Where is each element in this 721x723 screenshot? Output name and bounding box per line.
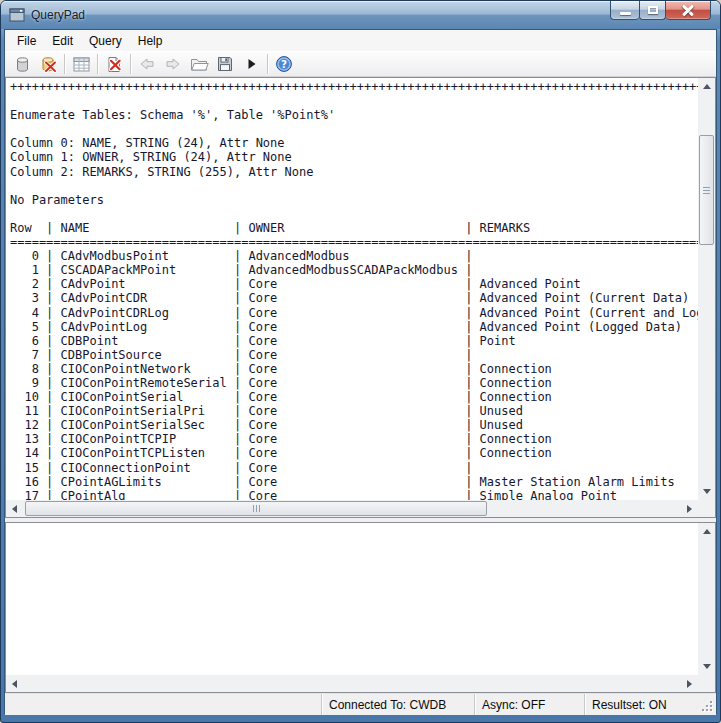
scroll-right-button[interactable] [681, 500, 698, 517]
triangle-up-icon [703, 529, 711, 534]
save-button[interactable] [212, 52, 238, 76]
scroll-up-button[interactable] [698, 78, 715, 95]
menubar: File Edit Query Help [5, 30, 716, 51]
triangle-down-icon [703, 664, 711, 669]
toolbar-separator [267, 54, 268, 74]
resize-grip[interactable] [699, 694, 716, 715]
menu-file[interactable]: File [9, 32, 44, 50]
minimize-icon [620, 12, 631, 15]
forward-button[interactable] [160, 52, 186, 76]
database-icon [14, 56, 31, 73]
thumb-grip-icon [253, 505, 260, 512]
play-icon [244, 57, 258, 71]
scroll-up-button[interactable] [698, 523, 715, 540]
menu-help[interactable]: Help [130, 32, 171, 50]
status-connected: Connected To: CWDB [321, 694, 474, 715]
statusbar: Connected To: CWDB Async: OFF Resultset:… [5, 693, 716, 715]
table-grid-icon [73, 57, 90, 72]
thumb-grip-icon [703, 187, 710, 194]
document-delete-icon [106, 56, 123, 73]
triangle-up-icon [703, 84, 711, 89]
arrow-left-icon [138, 57, 156, 71]
triangle-right-icon [687, 505, 692, 513]
toolbar-separator [130, 54, 131, 74]
scrollbar-corner [698, 500, 715, 517]
status-async: Async: OFF [474, 694, 584, 715]
back-button[interactable] [134, 52, 160, 76]
disconnect-button[interactable] [35, 52, 61, 76]
client-area: File Edit Query Help [4, 29, 717, 714]
svg-text:?: ? [281, 58, 287, 70]
toolbar: ? [5, 51, 716, 77]
minimize-button[interactable] [610, 1, 639, 20]
menu-edit[interactable]: Edit [44, 32, 81, 50]
connect-button[interactable] [9, 52, 35, 76]
editor-horizontal-scrollbar[interactable] [6, 675, 698, 692]
save-icon [217, 56, 233, 72]
close-button[interactable] [666, 1, 711, 20]
results-horizontal-scrollbar[interactable] [6, 500, 698, 517]
scroll-left-button[interactable] [6, 675, 23, 692]
scrollbar-corner [698, 675, 715, 692]
folder-open-icon [190, 57, 209, 72]
app-window: QueryPad File Edit Query Help [0, 0, 721, 723]
triangle-down-icon [703, 489, 711, 494]
execute-button[interactable] [238, 52, 264, 76]
titlebar[interactable]: QueryPad [1, 1, 720, 29]
help-button[interactable]: ? [271, 52, 297, 76]
table-grid-button[interactable] [68, 52, 94, 76]
results-pane: ++++++++++++++++++++++++++++++++++++++++… [5, 77, 716, 518]
window-title: QueryPad [31, 8, 85, 22]
results-vertical-scrollbar[interactable] [698, 78, 715, 500]
toolbar-separator [97, 54, 98, 74]
query-output[interactable]: ++++++++++++++++++++++++++++++++++++++++… [6, 78, 698, 500]
arrow-right-icon [164, 57, 182, 71]
clear-results-button[interactable] [101, 52, 127, 76]
resize-grip-icon [701, 700, 714, 713]
status-resultset: Resultset: ON [584, 694, 699, 715]
vertical-scroll-thumb[interactable] [699, 135, 714, 245]
maximize-icon [648, 6, 658, 14]
maximize-button[interactable] [639, 1, 666, 20]
triangle-left-icon [12, 505, 17, 513]
close-icon [682, 4, 694, 16]
scroll-down-button[interactable] [698, 483, 715, 500]
app-icon [9, 7, 25, 23]
triangle-right-icon [687, 680, 692, 688]
triangle-left-icon [12, 680, 17, 688]
editor-pane [5, 522, 716, 693]
scroll-right-button[interactable] [681, 675, 698, 692]
open-button[interactable] [186, 52, 212, 76]
editor-vertical-scrollbar[interactable] [698, 523, 715, 675]
toolbar-separator [64, 54, 65, 74]
scroll-down-button[interactable] [698, 658, 715, 675]
horizontal-scroll-thumb[interactable] [25, 501, 487, 516]
status-spacer [5, 694, 321, 715]
window-controls [610, 1, 711, 20]
query-editor[interactable] [6, 523, 698, 675]
help-icon: ? [275, 55, 293, 73]
menu-query[interactable]: Query [81, 32, 130, 50]
scroll-left-button[interactable] [6, 500, 23, 517]
database-delete-icon [40, 56, 57, 73]
